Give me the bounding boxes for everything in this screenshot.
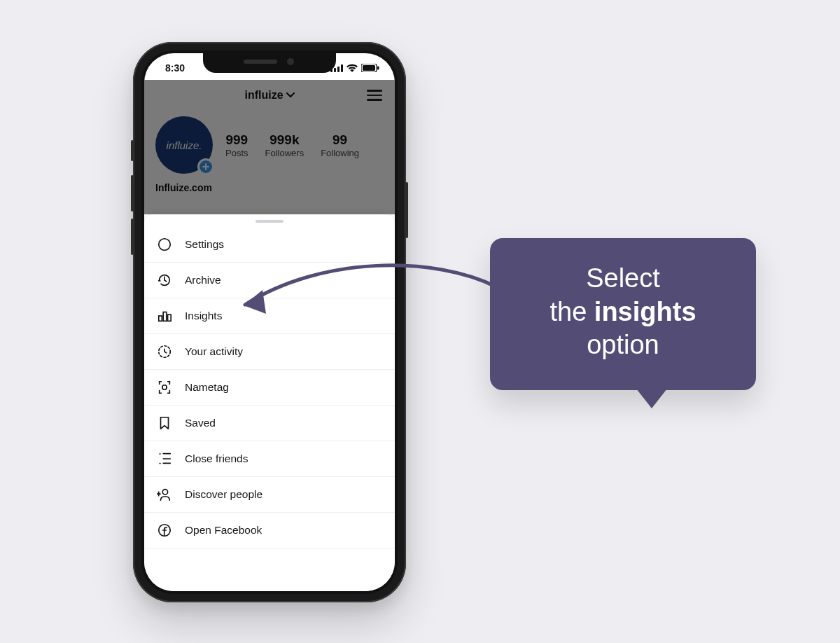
svg-rect-5: [363, 65, 375, 71]
menu-item-open-facebook[interactable]: Open Facebook: [144, 513, 395, 548]
menu-item-label: Insights: [185, 310, 222, 322]
menu-item-insights[interactable]: Insights: [144, 298, 395, 334]
profile-header: influize influize. +: [144, 80, 395, 193]
phone-frame: 8:30 influize: [133, 42, 406, 602]
discover-people-icon: [157, 487, 172, 502]
insights-icon: [157, 308, 172, 324]
svg-point-12: [162, 385, 167, 389]
username-text: influize: [244, 89, 283, 102]
stat-following[interactable]: 99 Following: [321, 132, 359, 158]
profile-avatar[interactable]: influize. +: [155, 116, 213, 174]
stat-posts[interactable]: 999 Posts: [225, 132, 248, 158]
nametag-icon: [157, 380, 172, 395]
phone-bezel: 8:30 influize: [141, 50, 398, 594]
close-friends-icon: [157, 451, 172, 466]
volume-down-button: [131, 219, 134, 255]
menu-item-settings[interactable]: Settings: [144, 227, 395, 263]
status-right-icons: [330, 64, 379, 72]
menu-item-label: Nametag: [185, 381, 229, 394]
callout-line1: Select: [586, 263, 660, 293]
stat-posts-count: 999: [225, 132, 248, 148]
profile-username[interactable]: influize: [244, 89, 294, 102]
instruction-callout: Select the insights option: [490, 238, 756, 390]
phone-screen: 8:30 influize: [144, 53, 395, 591]
callout-line3: option: [587, 330, 659, 359]
stat-following-count: 99: [321, 132, 359, 148]
menu-item-label: Saved: [185, 417, 216, 429]
svg-marker-16: [159, 463, 162, 464]
options-sheet: Settings Archive Insights: [144, 214, 395, 591]
stat-followers[interactable]: 999k Followers: [265, 132, 304, 158]
menu-item-label: Settings: [185, 238, 224, 251]
menu-item-nametag[interactable]: Nametag: [144, 370, 395, 406]
svg-marker-13: [159, 453, 162, 455]
profile-stats: 999 Posts 999k Followers 99 Following: [225, 132, 359, 158]
wifi-icon: [346, 64, 358, 72]
svg-point-18: [162, 490, 167, 495]
phone-notch: [203, 53, 336, 73]
menu-item-label: Archive: [185, 274, 221, 286]
battery-icon: [361, 64, 379, 72]
svg-rect-6: [377, 67, 379, 70]
menu-item-label: Open Facebook: [185, 524, 262, 537]
menu-item-close-friends[interactable]: Close friends: [144, 441, 395, 477]
stat-followers-label: Followers: [265, 148, 304, 158]
svg-rect-1: [334, 68, 336, 72]
menu-item-label: Discover people: [185, 488, 262, 501]
add-story-icon[interactable]: +: [197, 158, 214, 175]
callout-tail: [636, 389, 667, 408]
svg-point-7: [159, 239, 171, 251]
facebook-icon: [157, 523, 172, 538]
profile-bio: Influize.com: [155, 178, 384, 193]
svg-rect-10: [168, 314, 172, 321]
stat-following-label: Following: [321, 148, 359, 158]
stat-followers-count: 999k: [265, 132, 304, 148]
menu-item-label: Close friends: [185, 452, 248, 465]
svg-rect-3: [341, 64, 343, 72]
stat-posts-label: Posts: [225, 148, 248, 158]
menu-item-label: Your activity: [185, 345, 243, 358]
svg-rect-8: [159, 316, 162, 321]
menu-item-saved[interactable]: Saved: [144, 406, 395, 441]
status-time: 8:30: [165, 62, 185, 74]
sheet-drag-handle[interactable]: [255, 220, 284, 223]
chevron-down-icon: [286, 92, 295, 98]
svg-rect-9: [163, 312, 167, 322]
callout-line2-bold: insights: [594, 297, 696, 326]
saved-icon: [157, 415, 172, 431]
volume-up-button: [131, 175, 134, 212]
menu-item-archive[interactable]: Archive: [144, 263, 395, 298]
avatar-text: influize.: [167, 139, 202, 151]
power-button: [405, 182, 408, 238]
svg-rect-2: [337, 67, 340, 72]
menu-item-your-activity[interactable]: Your activity: [144, 334, 395, 370]
archive-icon: [157, 272, 172, 288]
settings-icon: [157, 237, 172, 252]
mute-switch: [131, 140, 134, 161]
callout-line2-pre: the: [550, 297, 594, 326]
menu-item-discover-people[interactable]: Discover people: [144, 477, 395, 513]
activity-icon: [157, 344, 172, 359]
menu-button[interactable]: [367, 87, 382, 104]
